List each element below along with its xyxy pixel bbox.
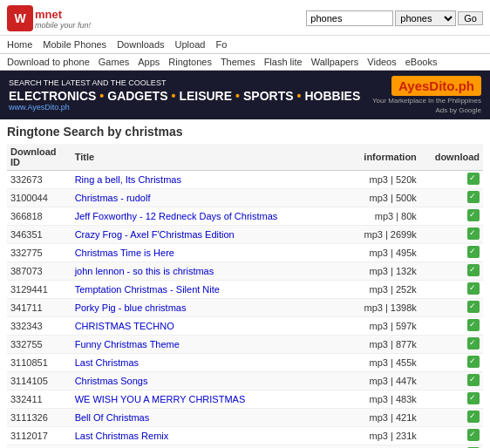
cell-info: mp3 | 447k: [348, 372, 420, 390]
download-icon[interactable]: [467, 411, 480, 423]
nav-item-downloads[interactable]: Downloads: [117, 39, 164, 50]
banner-top-text: SEARCH THE LATEST AND THE COOLEST: [9, 78, 360, 87]
cell-title: Christmas Time is Here: [71, 244, 348, 262]
cell-download: [420, 281, 483, 299]
cell-download: [420, 427, 483, 445]
table-row: 332343CHRISTMAS TECHNOmp3 | 597k: [7, 317, 483, 336]
cell-id: 332673: [7, 171, 71, 189]
cell-info: mp3 | 421k: [348, 409, 420, 427]
cell-id: 332755: [7, 336, 71, 354]
search-area: phones ringtones Go: [306, 10, 483, 26]
ayos-brand: AyesDito: [398, 78, 454, 93]
cell-download: [420, 409, 483, 427]
subnav-item-flash-lite[interactable]: Flash lite: [264, 57, 303, 67]
cell-info: mp3 | 483k: [348, 390, 420, 409]
banner-main: ELECTRONICS • GADGETS • LEISURE • SPORTS…: [9, 89, 360, 103]
download-icon[interactable]: [467, 209, 480, 221]
table-row: 3114105Christmas Songsmp3 | 447k: [7, 372, 483, 390]
header: W mnet mobile your fun! phones ringtones…: [0, 0, 490, 36]
cell-id: 3110851: [7, 354, 71, 372]
cell-id: 387073: [7, 262, 71, 281]
download-icon[interactable]: [467, 264, 480, 276]
title-link[interactable]: WE WISH YOU A MERRY CHRISTMAS: [75, 394, 246, 404]
subnav-item-apps[interactable]: Apps: [138, 57, 160, 67]
title-link[interactable]: Jeff Foxworthy - 12 Redneck Days of Chri…: [75, 211, 278, 221]
download-icon[interactable]: [467, 392, 480, 404]
cell-info: mp3 | 500k: [348, 189, 420, 207]
cell-info: mp3 | 520k: [348, 171, 420, 189]
title-link[interactable]: Crazy Frog - Axel F'Christmas Edition: [75, 229, 235, 240]
table-body: 332673Ring a bell, Its Christmasmp3 | 52…: [7, 171, 483, 449]
title-link[interactable]: Porky Pig - blue christmas: [75, 302, 187, 313]
cell-info: mp3 | 597k: [348, 317, 420, 336]
logo-name-colored: m: [35, 8, 45, 21]
subnav-item-games[interactable]: Games: [99, 57, 129, 67]
subnav-item-ebooks[interactable]: eBooks: [405, 57, 438, 67]
logo-tagline: mobile your fun!: [35, 21, 91, 30]
title-link[interactable]: Last Christmas: [75, 357, 139, 368]
title-link[interactable]: Last Christmas Remix: [75, 431, 169, 441]
nav-item-fo[interactable]: Fo: [215, 39, 227, 50]
banner: SEARCH THE LATEST AND THE COOLEST ELECTR…: [0, 71, 490, 119]
download-icon[interactable]: [467, 337, 480, 350]
banner-word-4: HOBBIES: [304, 89, 360, 103]
title-link[interactable]: Christmas - rudolf: [75, 193, 151, 203]
table-row: 34416Last Christmasmp3 | 300k: [7, 445, 483, 449]
subnav-item-ringtones[interactable]: Ringtones: [168, 57, 212, 67]
title-link[interactable]: Christmas Songs: [75, 376, 148, 386]
ayos-suffix: .ph: [455, 78, 475, 93]
banner-word-1: GADGETS: [107, 89, 167, 103]
col-header-title: Title: [71, 144, 348, 171]
subnav-item-videos[interactable]: Videos: [367, 57, 396, 67]
table-header-row: DownloadID Title information download: [7, 144, 483, 171]
table-row: 332411WE WISH YOU A MERRY CHRISTMASmp3 |…: [7, 390, 483, 409]
download-icon[interactable]: [467, 374, 480, 386]
nav-item-upload[interactable]: Upload: [175, 39, 206, 50]
title-link[interactable]: CHRISTMAS TECHNO: [75, 321, 174, 331]
search-input[interactable]: [306, 10, 393, 26]
title-link[interactable]: Ring a bell, Its Christmas: [75, 174, 181, 185]
search-type-select[interactable]: phones ringtones: [395, 10, 456, 26]
banner-logo-area: AyesDito.ph Your Marketplace In the Phil…: [372, 76, 481, 114]
col-header-info: information: [348, 144, 420, 171]
cell-info: mp3 | 495k: [348, 244, 420, 262]
download-icon[interactable]: [467, 173, 480, 185]
cell-title: Funny Christmas Theme: [71, 336, 348, 354]
download-icon[interactable]: [467, 227, 480, 240]
results-table: DownloadID Title information download 33…: [7, 144, 483, 448]
download-icon[interactable]: [467, 319, 480, 331]
cell-title: Jeff Foxworthy - 12 Redneck Days of Chri…: [71, 207, 348, 226]
banner-dot: •: [235, 89, 240, 103]
subnav-item-themes[interactable]: Themes: [221, 57, 255, 67]
title-link[interactable]: Christmas Time is Here: [75, 248, 174, 258]
title-link[interactable]: Funny Christmas Theme: [75, 339, 180, 350]
banner-word-3: SPORTS: [243, 89, 294, 103]
download-icon[interactable]: [467, 429, 480, 441]
banner-word-2: LEISURE: [179, 89, 232, 103]
ayos-logo[interactable]: AyesDito.ph: [391, 76, 481, 96]
download-icon[interactable]: [467, 356, 480, 368]
title-link[interactable]: Temptation Christmas - Silent Nite: [75, 284, 220, 295]
download-icon[interactable]: [467, 246, 480, 258]
cell-download: [420, 189, 483, 207]
subnav-item-download-to-phone[interactable]: Download to phone: [7, 57, 90, 67]
cell-download: [420, 445, 483, 449]
nav-item-mobile-phones[interactable]: Mobile Phones: [43, 39, 106, 50]
download-icon[interactable]: [467, 301, 480, 313]
subnav-item-wallpapers[interactable]: Wallpapers: [311, 57, 359, 67]
search-button[interactable]: Go: [458, 11, 483, 25]
cell-id: 332411: [7, 390, 71, 409]
table-row: 346351Crazy Frog - Axel F'Christmas Edit…: [7, 226, 483, 244]
table-row: 387073john lennon - so this is christmas…: [7, 262, 483, 281]
download-icon[interactable]: [467, 282, 480, 295]
title-link[interactable]: john lennon - so this is christmas: [75, 266, 214, 276]
title-link[interactable]: Bell Of Christmas: [75, 412, 150, 423]
table-row: 341711Porky Pig - blue christmasmp3 | 13…: [7, 299, 483, 317]
nav-item-home[interactable]: Home: [7, 39, 32, 50]
banner-site-link[interactable]: www.AyesDito.ph: [9, 103, 360, 112]
cell-info: mp3 | 132k: [348, 262, 420, 281]
cell-title: CHRISTMAS TECHNO: [71, 317, 348, 336]
cell-download: [420, 262, 483, 281]
cell-id: 3114105: [7, 372, 71, 390]
download-icon[interactable]: [467, 191, 480, 203]
